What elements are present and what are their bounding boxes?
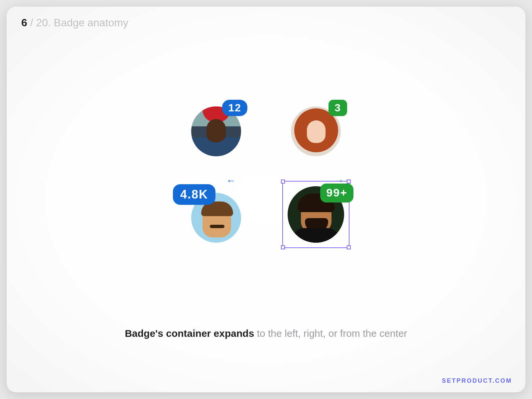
arrow-left-icon: ← <box>226 175 236 186</box>
resize-handle-tr[interactable] <box>347 180 351 184</box>
page-sep: / <box>27 17 36 29</box>
resize-handle-bl[interactable] <box>281 245 285 249</box>
page-title: 20. Badge anatomy <box>36 17 128 29</box>
watermark: SETPRODUCT.COM <box>442 377 512 384</box>
resize-handle-br[interactable] <box>347 245 351 249</box>
badge: 99+ <box>320 184 353 202</box>
badge: 3 <box>329 100 347 116</box>
example-top-left: 12 <box>186 100 246 160</box>
caption-rest: to the left, right, or from the center <box>254 328 407 339</box>
resize-handle-tl[interactable] <box>281 180 285 184</box>
example-bottom-right: → 99+ <box>281 180 351 249</box>
example-bottom-left: ← 4.8K <box>186 180 246 239</box>
examples-grid: 12 3 ← 4.8K → 99+ <box>180 100 352 266</box>
page-current: 6 <box>21 17 27 29</box>
example-top-right: 3 <box>286 100 346 160</box>
caption-strong: Badge's container expands <box>125 328 254 339</box>
badge: 12 <box>222 100 247 116</box>
badge: 4.8K <box>173 184 215 205</box>
caption: Badge's container expands to the left, r… <box>7 328 525 339</box>
stage: 12 3 ← 4.8K → 99+ <box>7 100 525 286</box>
page-indicator: 6 / 20. Badge anatomy <box>21 17 128 29</box>
slide-card: 6 / 20. Badge anatomy 12 3 ← 4.8K → <box>7 7 525 392</box>
